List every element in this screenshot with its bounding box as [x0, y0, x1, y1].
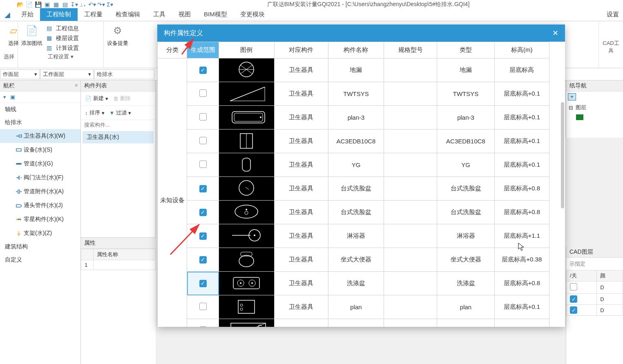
- color-cell[interactable]: D: [597, 294, 623, 305]
- spec-cell[interactable]: [384, 58, 437, 82]
- tab-view[interactable]: 视图: [172, 8, 197, 21]
- height-cell[interactable]: 层底标高+0.8: [494, 201, 549, 224]
- component-cell[interactable]: 卫生器具: [274, 58, 328, 82]
- name-cell[interactable]: YG: [328, 153, 384, 177]
- nav-item-misc[interactable]: 零星构件(水)(K): [0, 212, 80, 226]
- type-cell[interactable]: TWTSYS: [437, 82, 494, 106]
- height-cell[interactable]: 层底标高: [494, 58, 549, 82]
- name-cell[interactable]: 台式洗脸盆: [328, 201, 384, 224]
- nav-item-device[interactable]: 设备(水)(S): [0, 143, 80, 157]
- component-cell[interactable]: 卫生器具: [274, 224, 328, 248]
- layer-item[interactable]: ⊟图层: [566, 102, 623, 113]
- component-cell[interactable]: 卫生器具: [274, 295, 328, 319]
- dd-icon[interactable]: ↧▾: [70, 1, 78, 8]
- expand-icon[interactable]: ▣: [10, 94, 15, 100]
- project-info-button[interactable]: ▤工程信息: [47, 25, 79, 32]
- type-cell[interactable]: 地漏: [437, 58, 494, 82]
- name-cell[interactable]: plan-3: [328, 106, 384, 130]
- calc-settings-button[interactable]: ▥计算设置: [47, 45, 79, 52]
- height-cell[interactable]: 层底标高+0.1: [494, 153, 549, 177]
- checkbox-cell[interactable]: ✓: [187, 272, 219, 295]
- spec-cell[interactable]: [384, 177, 437, 201]
- nav-item-accessory[interactable]: 管道附件(水)(A): [0, 185, 80, 199]
- layer-select-0[interactable]: 作面层▾: [0, 69, 40, 79]
- layer-select-2[interactable]: 给排水: [94, 69, 154, 79]
- collapse-icon[interactable]: ▾: [3, 94, 6, 100]
- sort-button[interactable]: ↕排序▾: [83, 107, 107, 118]
- spec-cell[interactable]: [384, 201, 437, 224]
- tab-change[interactable]: 变更模块: [234, 8, 271, 21]
- col-name[interactable]: 构件名称: [328, 42, 384, 58]
- floor-settings-button[interactable]: ▦楼层设置: [47, 35, 79, 42]
- type-cell[interactable]: AC0CA232B5: [437, 319, 494, 327]
- checkbox-cell[interactable]: [187, 82, 219, 106]
- height-cell[interactable]: 层底标高+0.8: [494, 272, 549, 295]
- col-range[interactable]: 生成范围: [187, 42, 219, 58]
- close-icon[interactable]: ×: [75, 82, 78, 89]
- delete-button[interactable]: 🗑删除: [111, 93, 133, 104]
- scrollbar[interactable]: [561, 102, 564, 208]
- col-legend[interactable]: 图例: [219, 42, 274, 58]
- name-cell[interactable]: 地漏: [328, 58, 384, 82]
- spec-cell[interactable]: [384, 224, 437, 248]
- search-input[interactable]: [81, 120, 155, 130]
- height-cell[interactable]: 层底标高+0.1: [494, 319, 549, 327]
- component-cell[interactable]: 卫生器具: [274, 106, 328, 130]
- app-icon[interactable]: ◢: [0, 9, 15, 21]
- nav-group-custom[interactable]: 自定义: [0, 253, 80, 266]
- device-quantity-button[interactable]: ⚙设备提量: [107, 23, 128, 52]
- checkbox-cell[interactable]: [187, 130, 219, 153]
- spec-cell[interactable]: [384, 248, 437, 272]
- height-cell[interactable]: 层底标高+0.1: [494, 295, 549, 319]
- component-cell[interactable]: 卫生器具: [274, 319, 328, 327]
- component-cell[interactable]: 卫生器具: [274, 201, 328, 224]
- component-cell[interactable]: 卫生器具: [274, 82, 328, 106]
- component-cell[interactable]: 卫生器具: [274, 272, 328, 295]
- nav-item-pipe[interactable]: 管道(水)(G): [0, 157, 80, 171]
- undo-icon[interactable]: ↶▾: [88, 1, 96, 8]
- new-icon[interactable]: 📄: [25, 1, 33, 8]
- name-cell[interactable]: AC3EDB10C8: [328, 130, 384, 153]
- component-cell[interactable]: 卫生器具: [274, 177, 328, 201]
- spec-cell[interactable]: [384, 130, 437, 153]
- nav-item-fitting[interactable]: 通头管件(水)(J): [0, 199, 80, 212]
- checkbox-cell[interactable]: [187, 319, 219, 327]
- checkbox-cell[interactable]: [187, 106, 219, 130]
- type-cell[interactable]: plan: [437, 295, 494, 319]
- tab-check[interactable]: 检查编辑: [109, 8, 147, 21]
- paste-icon[interactable]: ▤: [61, 1, 69, 8]
- type-cell[interactable]: 台式洗脸盆: [437, 201, 494, 224]
- add-button[interactable]: +: [568, 93, 576, 100]
- name-cell[interactable]: plan: [328, 295, 384, 319]
- dialog-title-bar[interactable]: 构件属性定义 ✕: [157, 25, 565, 42]
- tab-tool[interactable]: 工具: [147, 8, 172, 21]
- saveas-icon[interactable]: ▣: [43, 1, 51, 8]
- spec-cell[interactable]: [384, 295, 437, 319]
- component-cell[interactable]: 卫生器具: [274, 248, 328, 272]
- component-cell[interactable]: 卫生器具: [274, 153, 328, 177]
- spec-cell[interactable]: [384, 82, 437, 106]
- component-item[interactable]: 卫生器具(水): [83, 131, 154, 143]
- spec-cell[interactable]: [384, 106, 437, 130]
- col-type[interactable]: 类型: [437, 42, 494, 58]
- close-icon[interactable]: ✕: [552, 29, 558, 38]
- checkbox-cell[interactable]: ✓: [187, 58, 219, 82]
- name-cell[interactable]: 洗涤盆: [328, 272, 384, 295]
- col-component[interactable]: 对应构件: [274, 42, 328, 58]
- nav-group-axis[interactable]: 轴线: [0, 103, 80, 116]
- chk-cell[interactable]: [567, 281, 597, 294]
- type-cell[interactable]: AC3EDB10C8: [437, 130, 494, 153]
- tool-icon[interactable]: ⟂▾: [79, 1, 87, 8]
- checkbox-cell[interactable]: [187, 295, 219, 319]
- checkbox-cell[interactable]: ✓: [187, 201, 219, 224]
- height-cell[interactable]: 层底标高+0.8: [494, 177, 549, 201]
- tab-quantity[interactable]: 工程量: [78, 8, 109, 21]
- save-icon[interactable]: 💾: [34, 1, 42, 8]
- nav-item-support[interactable]: 支架(水)(Z): [0, 226, 80, 240]
- tab-bim[interactable]: BIM模型: [197, 8, 234, 21]
- type-cell[interactable]: 台式洗脸盆: [437, 177, 494, 201]
- open-icon[interactable]: 📂: [16, 1, 24, 8]
- tab-start[interactable]: 开始: [15, 8, 40, 21]
- name-cell[interactable]: 台式洗脸盆: [328, 177, 384, 201]
- filter-button[interactable]: ▼过滤▾: [107, 107, 134, 118]
